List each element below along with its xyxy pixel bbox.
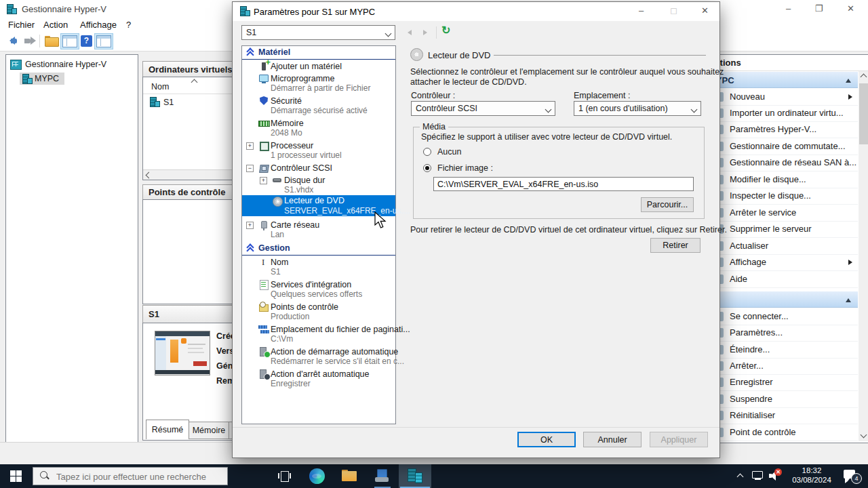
tree-item-services-integration[interactable]: Services d'intégration [271,279,351,290]
tab-memoire[interactable]: Mémoire [189,422,229,439]
search-input[interactable] [55,468,220,485]
action-arreter[interactable]: Arrêter... [703,358,858,375]
dialog-minimize-button[interactable]: – [626,2,656,20]
tree-item-securite[interactable]: Sécurité [271,96,302,106]
action-point-de-controle[interactable]: Point de contrôle [703,424,858,441]
tab-resume[interactable]: Résumé [146,420,189,439]
tree-item-disque-dur[interactable]: +Disque dur [284,175,325,186]
expand-icon[interactable]: + [260,177,267,184]
radio-aucun[interactable] [423,148,431,156]
restore-button[interactable]: ❐ [804,0,834,18]
menu-help[interactable]: ? [126,20,131,30]
remove-button[interactable]: Retirer [650,238,701,253]
action-suspendre[interactable]: Suspendre [703,391,858,408]
actions-section-mypc[interactable]: MYPC [703,71,858,88]
dialog-close-button[interactable]: ✕ [690,2,720,20]
vm-column-nom[interactable]: Nom [151,82,169,92]
action-gestionnaire-san[interactable]: Gestionnaire de réseau SAN à... [703,155,858,171]
notification-center-button[interactable]: 4 [840,464,867,488]
radio-fichier-image[interactable] [423,164,431,172]
controller-combo[interactable]: Contrôleur SCSI [411,101,555,116]
action-nouveau[interactable]: Nouveau [703,89,858,106]
dialog-titlebar: Paramètres pour S1 sur MYPC – ◻ ✕ [233,2,719,21]
action-arreter-service[interactable]: Arrêter le service [703,205,858,222]
action-reinitialiser[interactable]: Réinitialiser [703,407,858,424]
actions-section-s1[interactable]: S1 [703,291,858,308]
action-se-connecter[interactable]: Se connecter... [703,308,858,325]
tree-sub: Démarrer à partir de Fichier [271,83,370,93]
minimize-button[interactable]: – [773,0,804,18]
tree-item-carte-reseau[interactable]: +Carte réseau [271,220,319,230]
action-inspecter-disque[interactable]: Inspecter le disque... [703,188,858,205]
hyperv-manager-button[interactable] [399,464,431,488]
tree-item-action-arret[interactable]: Action d'arrêt automatique [271,369,370,380]
tree-item-memoire[interactable]: Mémoire [271,118,304,129]
action-actualiser[interactable]: Actualiser [703,238,858,255]
tray-volume[interactable]: ✕ [768,464,787,488]
start-button[interactable] [0,464,33,488]
action-importer[interactable]: Importer un ordinateur virtu... [703,105,858,122]
action-parametres[interactable]: Paramètres... [703,325,858,342]
forward-arrow-icon[interactable] [22,36,36,46]
scroll-left-icon[interactable] [146,172,153,179]
vmconnect-button[interactable] [366,464,399,488]
action-pane-icon[interactable] [96,35,111,47]
sort-asc-icon[interactable] [191,79,198,86]
menu-affichage[interactable]: Affichage [80,20,117,30]
vm-selector-combo[interactable]: S1 [241,25,395,40]
hyperv-app-icon [5,4,16,14]
tree-item-lecteur-dvd-selected[interactable]: Lecteur de DVD SERVER_EVAL_x64FRE_en-us.… [242,195,395,216]
scroll-down-icon[interactable] [861,432,867,439]
expand-icon[interactable]: + [246,142,254,150]
cancel-button[interactable]: Annuler [583,432,642,447]
tree-sub: S1.vhdx [284,185,313,195]
tree-item-ajouter-materiel[interactable]: Ajouter un matériel [271,61,342,72]
task-view-button[interactable] [269,464,301,488]
scroll-thumb[interactable] [859,83,868,144]
ok-button[interactable]: OK [517,432,576,447]
action-aide[interactable]: Aide [703,271,858,288]
taskbar-search[interactable] [33,467,228,485]
action-modifier-disque[interactable]: Modifier le disque... [703,171,858,188]
tree-sub: Enregistrer [271,379,311,388]
menu-fichier[interactable]: Fichier [8,20,35,30]
tree-item-points-de-controle[interactable]: Points de contrôle [271,302,338,312]
tree-item-action-demarrage[interactable]: Action de démarrage automatique [271,346,398,357]
tray-chevron[interactable] [731,464,751,488]
console-tree-icon[interactable] [62,35,77,47]
action-gestionnaire-commutateur[interactable]: Gestionnaire de commutate... [703,138,858,155]
scroll-up-icon[interactable] [861,74,867,81]
export-icon[interactable] [45,36,58,46]
tree-server-row[interactable]: MYPC [20,73,64,85]
edge-button[interactable] [301,464,334,488]
section-gestion[interactable]: Gestion [242,242,395,256]
tree-item-nom[interactable]: Nom [271,257,288,268]
tree-item-fichier-pagination[interactable]: Emplacement du fichier de paginati... [271,324,410,335]
tray-network[interactable] [750,464,768,488]
vm-thumbnail[interactable] [155,331,210,375]
menu-action[interactable]: Action [43,20,68,30]
tree-item-microprogramme[interactable]: Microprogramme [271,73,334,84]
main-window-title: Gestionnaire Hyper-V [22,4,106,14]
refresh-icon[interactable] [441,24,450,37]
tray-clock[interactable]: 18:32 03/08/2024 [787,464,837,488]
close-button[interactable]: ✕ [835,0,866,18]
collapse-icon[interactable]: − [246,165,254,172]
action-affichage[interactable]: Affichage [703,254,858,271]
action-parametres-hyperv[interactable]: Paramètres Hyper-V... [703,121,858,138]
action-eteindre[interactable]: Éteindre... [703,342,858,359]
browse-button[interactable]: Parcourir... [641,197,694,212]
radio-aucun-label[interactable]: Aucun [437,147,461,157]
actions-scrollbar[interactable] [859,71,868,441]
tree-item-processeur[interactable]: +Processeur [271,140,313,151]
tree-item-controleur-scsi[interactable]: −Contrôleur SCSI [271,163,332,174]
back-arrow-icon[interactable] [5,36,19,46]
vmconnect-icon [375,469,390,483]
iso-path-input[interactable] [433,177,694,191]
radio-fichier-image-label[interactable]: Fichier image : [437,163,493,173]
explorer-button[interactable] [334,464,366,488]
help-icon[interactable] [81,35,92,47]
action-enregistrer[interactable]: Enregistrer [703,374,858,391]
location-combo[interactable]: 1 (en cours d'utilisation) [574,101,701,116]
expand-icon[interactable]: + [246,222,254,229]
